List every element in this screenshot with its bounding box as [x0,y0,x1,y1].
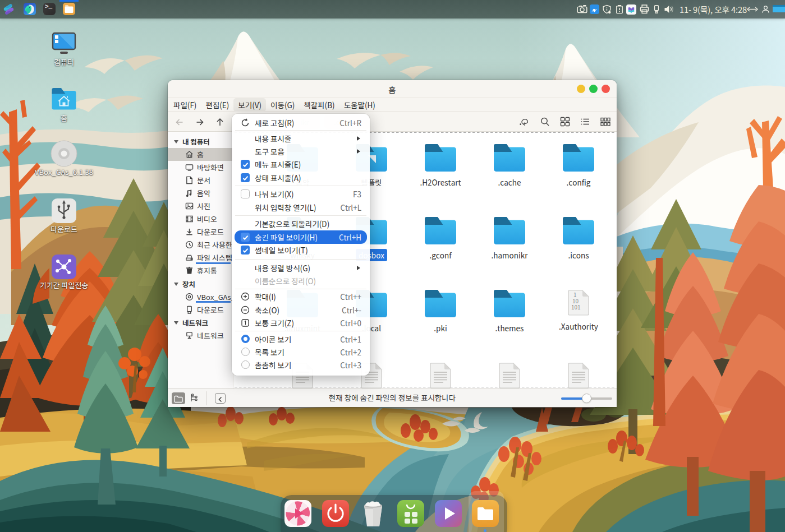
svg-text:101: 101 [571,303,581,311]
